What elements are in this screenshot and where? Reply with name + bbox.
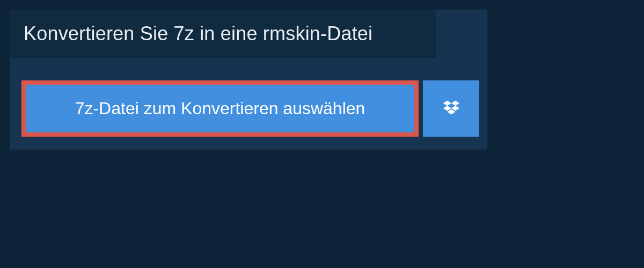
- dropbox-button[interactable]: [423, 80, 479, 137]
- select-file-label: 7z-Datei zum Konvertieren auswählen: [75, 99, 365, 118]
- converter-panel: Konvertieren Sie 7z in eine rmskin-Datei…: [10, 10, 487, 150]
- page-title: Konvertieren Sie 7z in eine rmskin-Datei: [24, 23, 422, 45]
- select-file-button[interactable]: 7z-Datei zum Konvertieren auswählen: [21, 80, 419, 137]
- dropbox-icon: [441, 99, 462, 119]
- title-bar: Konvertieren Sie 7z in eine rmskin-Datei: [10, 10, 436, 58]
- button-row: 7z-Datei zum Konvertieren auswählen: [21, 80, 487, 137]
